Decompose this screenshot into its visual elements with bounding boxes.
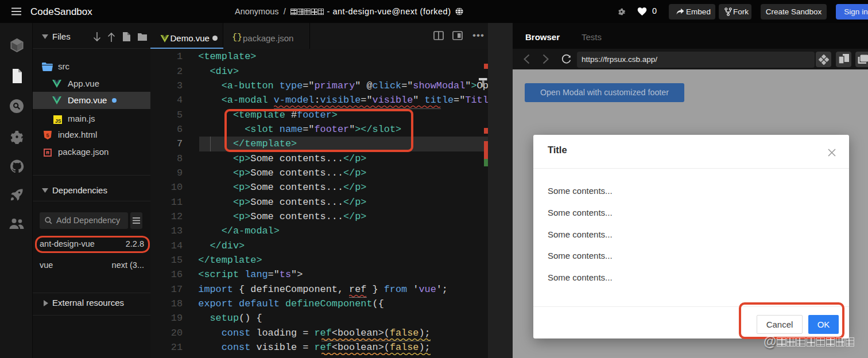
svg-text:JS: JS <box>55 118 61 124</box>
svg-text:5: 5 <box>46 133 49 138</box>
